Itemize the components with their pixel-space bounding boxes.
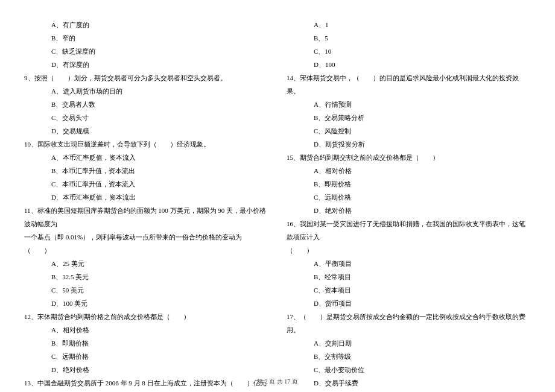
q16-text-line2: （ ） xyxy=(287,244,531,257)
q17-option-c: C、最小变动价位 xyxy=(287,363,531,376)
q14-option-c: C、风险控制 xyxy=(287,124,531,138)
q11-option-a: A、25 美元 xyxy=(24,257,268,270)
q11-text-line2: 一个基点（即 0.01%），则利率每波动一点所带来的一份合约价格的变动为（ ） xyxy=(24,230,268,257)
q12-option-c: C、远期价格 xyxy=(24,350,268,363)
q9-option-b: B、交易者人数 xyxy=(24,98,268,111)
q14-text: 14、宋体期货交易中，（ ）的目的是追求风险最小化或利润最大化的投资效果。 xyxy=(287,71,531,98)
q12-option-d: D、绝对价格 xyxy=(24,363,268,376)
left-column: A、有广度的 B、窄的 C、缺乏深度的 D、有深度的 9、按照（ ）划分，期货交… xyxy=(24,18,268,392)
q16-text-line1: 16、我国对某一受灾国进行了无偿援助和捐赠，在我国的国际收支平衡表中，这笔款项应… xyxy=(287,217,531,244)
q11-option-c: C、50 美元 xyxy=(24,283,268,297)
q11-option-b: B、32.5 美元 xyxy=(24,270,268,283)
page-footer: 第 2 页 共 17 页 xyxy=(0,378,555,386)
right-column: A、1 B、5 C、10 D、100 14、宋体期货交易中，（ ）的目的是追求风… xyxy=(287,18,531,392)
q16-option-c: C、资本项目 xyxy=(287,283,531,297)
q9-option-d: D、交易规模 xyxy=(24,124,268,138)
q15-option-b: B、即期价格 xyxy=(287,177,531,191)
q10-option-a: A、本币汇率贬值，资本流入 xyxy=(24,151,268,164)
q13-option-c: C、10 xyxy=(287,45,531,58)
q17-text: 17、（ ）是期货交易所按成交合约金额的一定比例或按成交合约手数收取的费用。 xyxy=(287,310,531,337)
q8-option-c: C、缺乏深度的 xyxy=(24,45,268,58)
q8-option-d: D、有深度的 xyxy=(24,58,268,71)
q9-option-c: C、交易头寸 xyxy=(24,111,268,124)
q17-option-a: A、交割日期 xyxy=(287,337,531,350)
q14-option-d: D、期货投资分析 xyxy=(287,138,531,151)
q13-option-d: D、100 xyxy=(287,58,531,71)
q10-option-c: C、本币汇率升值，资本流入 xyxy=(24,177,268,191)
page-columns: A、有广度的 B、窄的 C、缺乏深度的 D、有深度的 9、按照（ ）划分，期货交… xyxy=(24,18,531,392)
q16-option-d: D、货币项目 xyxy=(287,297,531,310)
q12-text: 12、宋体期货合约到期价格之前的成交价格都是（ ） xyxy=(24,310,268,323)
q10-option-b: B、本币汇率升值，资本流出 xyxy=(24,164,268,177)
q11-text-line1: 11、标准的美国短期国库券期货合约的面额为 100 万美元，期限为 90 天，最… xyxy=(24,204,268,230)
q10-text: 10、国际收支出现巨额逆差时，会导致下列（ ）经济现象。 xyxy=(24,138,268,151)
q14-option-b: B、交易策略分析 xyxy=(287,111,531,124)
q15-option-a: A、相对价格 xyxy=(287,164,531,177)
q13-option-a: A、1 xyxy=(287,18,531,31)
q16-option-b: B、经常项目 xyxy=(287,270,531,283)
q13-option-b: B、5 xyxy=(287,31,531,45)
q8-option-a: A、有广度的 xyxy=(24,18,268,31)
q15-option-c: C、远期价格 xyxy=(287,191,531,204)
q8-option-b: B、窄的 xyxy=(24,31,268,45)
q14-option-a: A、行情预测 xyxy=(287,98,531,111)
q16-option-a: A、平衡项目 xyxy=(287,257,531,270)
q12-option-a: A、相对价格 xyxy=(24,323,268,337)
q10-option-d: D、本币汇率贬值，资本流出 xyxy=(24,191,268,204)
q15-option-d: D、绝对价格 xyxy=(287,204,531,217)
q12-option-b: B、即期价格 xyxy=(24,337,268,350)
q17-option-b: B、交割等级 xyxy=(287,350,531,363)
q15-text: 15、期货合约到期交割之前的成交价格都是（ ） xyxy=(287,151,531,164)
q9-text: 9、按照（ ）划分，期货交易者可分为多头交易者和空头交易者。 xyxy=(24,71,268,84)
q18-text: 18、宋体敏感性分析通常都是基于产品定价模型的（ ）线性分析，所以得出的数字通常… xyxy=(287,390,531,392)
q11-option-d: D、100 美元 xyxy=(24,297,268,310)
q9-option-a: A、进入期货市场的目的 xyxy=(24,84,268,98)
